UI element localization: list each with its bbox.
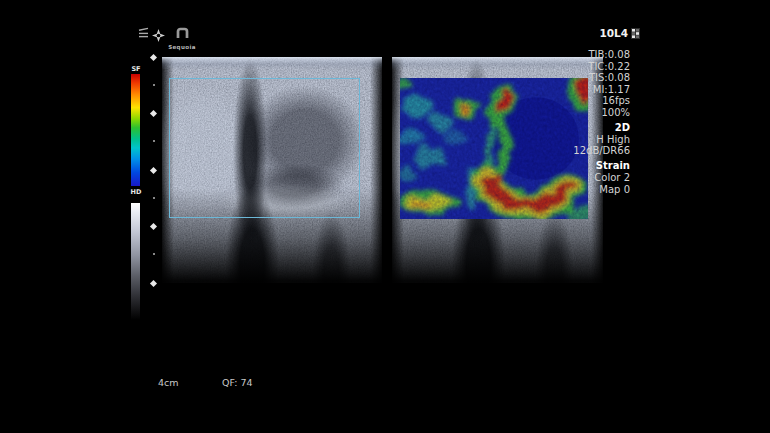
ultrasound-screen: Sequoia 10L4	[0, 0, 770, 433]
tic-readout: TIC:0.22	[520, 61, 630, 73]
depth-tick-major	[150, 54, 157, 61]
depth-tick-minor	[153, 84, 155, 86]
depth-tick-major	[150, 166, 157, 173]
quality-factor-readout: QF: 74	[222, 377, 253, 388]
compass-target-icon[interactable]	[152, 29, 165, 42]
depth-tick-major	[150, 110, 157, 117]
roi-box[interactable]	[169, 78, 360, 218]
depth-readout: 4cm	[158, 377, 179, 388]
logo-text: Sequoia	[165, 44, 199, 50]
imaging-params: TIB:0.08 TIC:0.22 TIS:0.08 MI:1.17 16fps…	[520, 49, 630, 195]
probe-label: 10L4	[599, 27, 628, 39]
mode-2d-label: 2D	[520, 122, 630, 134]
gain-readout: H High	[520, 134, 630, 146]
mi-readout: MI:1.17	[520, 84, 630, 96]
strain-color-readout: Color 2	[520, 172, 630, 184]
strain-mode-label: Strain	[520, 160, 630, 172]
depth-tick-major	[150, 223, 157, 230]
strain-colorbar	[131, 74, 140, 186]
strain-scale-label-soft: SF	[127, 65, 145, 73]
probe-grid-icon	[631, 28, 640, 39]
framerate-readout: 16fps	[520, 95, 630, 107]
tib-readout: TIB:0.08	[520, 49, 630, 61]
sequoia-logo-icon	[175, 26, 190, 40]
strain-scale-label-hard: HD	[127, 188, 145, 196]
dynamic-range-readout: 12dB/DR66	[520, 145, 630, 157]
tis-readout: TIS:0.08	[520, 72, 630, 84]
layers-icon[interactable]	[137, 27, 150, 41]
depth-tick-minor	[153, 140, 155, 142]
depth-tick-minor	[153, 197, 155, 199]
depth-tick-minor	[153, 253, 155, 255]
strain-map-readout: Map 0	[520, 184, 630, 196]
probe-block: 10L4	[596, 27, 640, 39]
power-readout: 100%	[520, 107, 630, 119]
depth-tick-major	[150, 279, 157, 286]
brand-logo: Sequoia	[165, 25, 199, 50]
grayscale-bar	[131, 203, 140, 320]
